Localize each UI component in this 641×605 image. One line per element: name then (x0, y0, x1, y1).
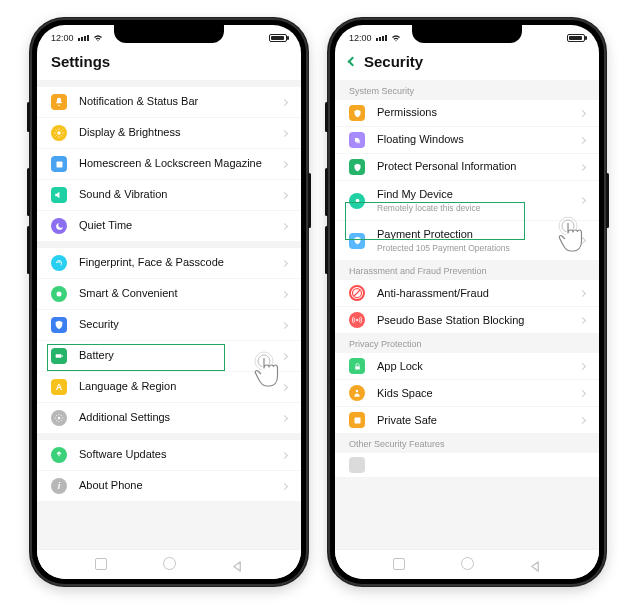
side-button (325, 226, 328, 274)
block-icon (349, 285, 365, 301)
security-row-partial[interactable] (335, 453, 599, 477)
page-header: Security (335, 47, 599, 80)
placeholder-icon (349, 457, 365, 473)
security-row-floating[interactable]: Floating Windows (335, 127, 599, 154)
settings-row-additional[interactable]: Additional Settings (37, 403, 301, 433)
nav-bar (37, 549, 301, 579)
chevron-right-icon (281, 383, 288, 390)
settings-row-fingerprint[interactable]: Fingerprint, Face & Passcode (37, 248, 301, 279)
svg-point-21 (356, 320, 358, 322)
settings-row-notification[interactable]: Notification & Status Bar (37, 87, 301, 118)
kids-icon (349, 385, 365, 401)
chevron-right-icon (579, 417, 586, 424)
section-harassment: Harassment and Fraud Prevention (335, 260, 599, 280)
svg-line-7 (56, 136, 57, 137)
row-sublabel: Remotely locate this device (377, 203, 574, 213)
settings-row-security[interactable]: Security (37, 310, 301, 341)
shield-icon (51, 317, 67, 333)
side-button (308, 173, 311, 228)
svg-line-5 (56, 130, 57, 131)
side-button (27, 102, 30, 132)
security-row-anti-harassment[interactable]: Anti-harassment/Fraud (335, 280, 599, 307)
row-label: Protect Personal Information (377, 160, 574, 173)
svg-line-8 (62, 130, 63, 131)
svg-rect-22 (355, 366, 360, 369)
row-label: Additional Settings (79, 411, 276, 424)
row-label: Battery (79, 349, 276, 362)
chevron-right-icon (281, 321, 288, 328)
shield-pay-icon (349, 233, 365, 249)
chevron-right-icon (579, 197, 586, 204)
chevron-right-icon (579, 290, 586, 297)
locate-icon (349, 193, 365, 209)
chevron-right-icon (281, 290, 288, 297)
row-label: Software Updates (79, 448, 276, 461)
chevron-right-icon (579, 136, 586, 143)
row-label: Payment Protection (377, 228, 574, 241)
nav-recent-button[interactable] (393, 558, 405, 570)
row-label: Private Safe (377, 414, 574, 427)
home-icon (51, 156, 67, 172)
info-icon: i (51, 478, 67, 494)
security-row-find-device[interactable]: Find My Device Remotely locate this devi… (335, 181, 599, 221)
settings-row-homescreen[interactable]: Homescreen & Lockscreen Magazine (37, 149, 301, 180)
section-other: Other Security Features (335, 433, 599, 453)
security-row-payment[interactable]: Payment Protection Protected 105 Payment… (335, 221, 599, 260)
status-time: 12:00 (51, 33, 74, 43)
chevron-right-icon (579, 237, 586, 244)
settings-row-battery[interactable]: Battery (37, 341, 301, 372)
side-button (27, 226, 30, 274)
security-row-kids-space[interactable]: Kids Space (335, 380, 599, 407)
settings-row-about[interactable]: i About Phone (37, 471, 301, 501)
notch (114, 25, 224, 43)
security-row-private-safe[interactable]: Private Safe (335, 407, 599, 433)
row-label: Display & Brightness (79, 126, 276, 139)
nav-bar (335, 549, 599, 579)
signal-icon (78, 35, 89, 41)
fingerprint-icon (51, 255, 67, 271)
notch (412, 25, 522, 43)
status-time: 12:00 (349, 33, 372, 43)
battery-icon (51, 348, 67, 364)
update-icon (51, 447, 67, 463)
nav-home-button[interactable] (163, 557, 176, 570)
chevron-right-icon (281, 98, 288, 105)
chevron-right-icon (579, 109, 586, 116)
back-button[interactable] (348, 57, 358, 67)
bell-icon (51, 94, 67, 110)
nav-home-button[interactable] (461, 557, 474, 570)
chevron-right-icon (281, 191, 288, 198)
gear-icon (51, 410, 67, 426)
security-row-app-lock[interactable]: App Lock (335, 353, 599, 380)
row-sublabel: Protected 105 Payment Operations (377, 243, 574, 253)
side-button (606, 173, 609, 228)
settings-row-display[interactable]: Display & Brightness (37, 118, 301, 149)
row-label: Language & Region (79, 380, 276, 393)
page-header: Settings (37, 47, 301, 80)
chevron-right-icon (281, 129, 288, 136)
settings-row-sound[interactable]: Sound & Vibration (37, 180, 301, 211)
settings-row-language[interactable]: A Language & Region (37, 372, 301, 403)
nav-recent-button[interactable] (95, 558, 107, 570)
chevron-right-icon (281, 482, 288, 489)
security-row-pseudo-base[interactable]: Pseudo Base Station Blocking (335, 307, 599, 333)
sound-icon (51, 187, 67, 203)
settings-row-smart[interactable]: Smart & Convenient (37, 279, 301, 310)
section-system-security: System Security (335, 80, 599, 100)
chevron-right-icon (281, 160, 288, 167)
page-title: Settings (51, 53, 110, 70)
row-label: Fingerprint, Face & Passcode (79, 256, 276, 269)
nav-back-button[interactable] (530, 558, 541, 569)
svg-line-20 (354, 290, 360, 296)
wifi-icon (391, 33, 401, 44)
svg-rect-17 (356, 139, 360, 143)
security-row-protect-info[interactable]: Protect Personal Information (335, 154, 599, 181)
svg-line-6 (62, 136, 63, 137)
security-row-permissions[interactable]: Permissions (335, 100, 599, 127)
row-label: Smart & Convenient (79, 287, 276, 300)
nav-back-button[interactable] (232, 558, 243, 569)
settings-row-quiet[interactable]: Quiet Time (37, 211, 301, 241)
side-button (27, 168, 30, 216)
svg-rect-24 (354, 417, 360, 423)
settings-row-updates[interactable]: Software Updates (37, 440, 301, 471)
